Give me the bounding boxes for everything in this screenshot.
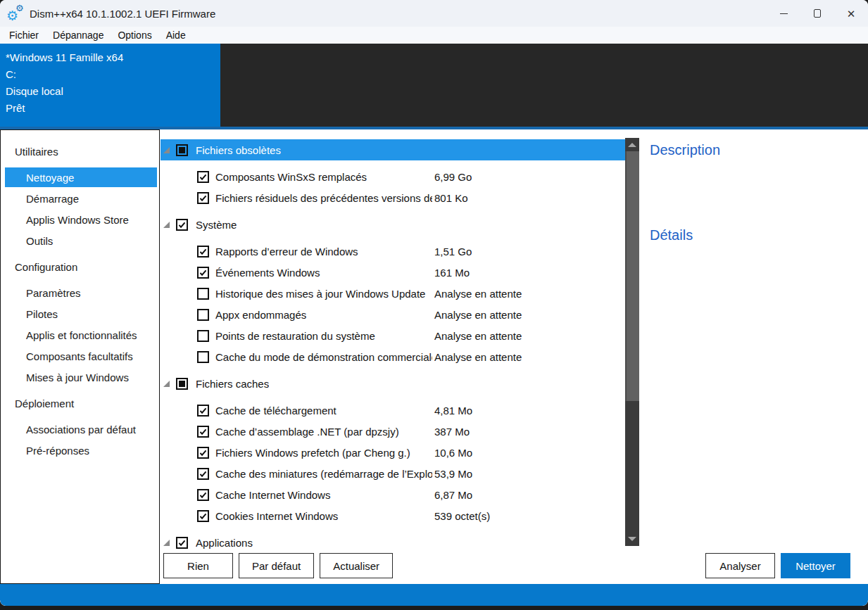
- item-size-value: 1,51 Go: [434, 246, 472, 258]
- cleanup-item-cache-du-mode-de-demonstration-commerciale[interactable]: Cache du mode de démonstration commercia…: [161, 346, 625, 367]
- details-heading: Détails: [650, 227, 693, 243]
- checkbox-checked[interactable]: [197, 171, 209, 183]
- checkbox-checked[interactable]: [197, 510, 209, 522]
- sidebar-item-parametres[interactable]: Paramètres: [5, 283, 157, 303]
- maximize-icon: [814, 9, 821, 18]
- item-size-value: 539 octet(s): [434, 510, 490, 522]
- app-gears-icon: ⚙ ⚙: [6, 5, 25, 22]
- item-label: Cookies Internet Windows: [215, 510, 432, 522]
- sidebar-item-associations-par-defaut[interactable]: Associations par défaut: [5, 419, 157, 439]
- par-defaut-button[interactable]: Par défaut: [239, 553, 314, 578]
- sidebar: UtilitairesNettoyageDémarrageApplis Wind…: [0, 129, 160, 584]
- checkbox-checked[interactable]: [197, 468, 209, 480]
- checkbox-checked[interactable]: [197, 246, 209, 258]
- item-size-value: Analyse en attente: [434, 330, 522, 342]
- cleanup-item-fichiers-windows-prefetch-par-cheng-g[interactable]: Fichiers Windows prefetch (par Cheng g.)…: [161, 442, 625, 463]
- cleanup-item-composants-winsxs-remplaces[interactable]: Composants WinSxS remplacés6,99 Go: [161, 166, 625, 187]
- cleanup-item-evenements-windows[interactable]: Événements Windows161 Mo: [161, 262, 625, 283]
- scrollbar[interactable]: [625, 138, 639, 546]
- cleanup-item-cache-internet-windows[interactable]: Cache Internet Windows6,87 Mo: [161, 484, 625, 505]
- item-label: Cache des miniatures (redémarrage de l’E…: [215, 468, 432, 480]
- sidebar-section-deploiement: DéploiementAssociations par défautPré-ré…: [1, 392, 159, 460]
- cleanup-item-appx-endommages[interactable]: Appx endommagésAnalyse en attente: [161, 304, 625, 325]
- menu-aide[interactable]: Aide: [159, 27, 193, 44]
- minimize-button[interactable]: [767, 0, 800, 27]
- detail-panel: Description Détails: [641, 129, 868, 584]
- analyser-button[interactable]: Analyser: [705, 553, 775, 578]
- expander-icon[interactable]: [163, 381, 170, 387]
- item-label: Fichiers Windows prefetch (par Cheng g.): [215, 447, 432, 459]
- sidebar-item-applis-windows-store[interactable]: Applis Windows Store: [5, 210, 157, 229]
- menu-fichier[interactable]: Fichier: [2, 27, 46, 44]
- sidebar-item-mises-a-jour-windows[interactable]: Mises à jour Windows: [5, 367, 157, 387]
- checkbox-checked[interactable]: [197, 405, 209, 417]
- checkbox-indeterminate[interactable]: [176, 378, 188, 390]
- checkbox-checked[interactable]: [176, 219, 188, 231]
- expander-icon[interactable]: [163, 147, 170, 153]
- maximize-button[interactable]: [800, 0, 834, 27]
- item-size-value: 53,9 Mo: [434, 468, 472, 480]
- cleanup-item-cache-d-assemblage-net-par-dpzsjy[interactable]: Cache d’assemblage .NET (par dpzsjy)387 …: [161, 421, 625, 442]
- sidebar-item-nettoyage[interactable]: Nettoyage: [5, 167, 157, 187]
- arrow-down-icon: [628, 537, 636, 541]
- cleanup-list: Fichiers obsolètesComposants WinSxS remp…: [161, 134, 625, 559]
- window-title: Dism++x64 10.1.1002.1 UEFI Firmware: [30, 8, 215, 20]
- nettoyer-button[interactable]: Nettoyer: [781, 553, 850, 578]
- sidebar-item-outils[interactable]: Outils: [5, 231, 157, 250]
- menu-options[interactable]: Options: [111, 27, 158, 44]
- status-bar: [0, 584, 868, 606]
- sidebar-item-composants-facultatifs[interactable]: Composants facultatifs: [5, 346, 157, 366]
- item-label: Cache Internet Windows: [215, 489, 432, 501]
- cleanup-item-fichiers-residuels-des-precedentes-versions-de-windows[interactable]: Fichiers résiduels des précédentes versi…: [161, 187, 625, 208]
- checkbox-checked[interactable]: [197, 447, 209, 459]
- checkbox-unchecked[interactable]: [197, 288, 209, 300]
- scroll-up-button[interactable]: [625, 138, 639, 152]
- menu-bar: FichierDépannageOptionsAide: [0, 27, 868, 44]
- checkbox-unchecked[interactable]: [197, 309, 209, 321]
- checkbox-unchecked[interactable]: [197, 330, 209, 342]
- cleanup-item-rapports-d-erreur-de-windows[interactable]: Rapports d’erreur de Windows1,51 Go: [161, 241, 625, 262]
- checkbox-indeterminate[interactable]: [176, 144, 188, 156]
- checkbox-checked[interactable]: [197, 489, 209, 501]
- sidebar-item-demarrage[interactable]: Démarrage: [5, 189, 157, 208]
- cleanup-group-fichiers-caches[interactable]: Fichiers caches: [161, 373, 625, 394]
- cleanup-group-fichiers-obsoletes[interactable]: Fichiers obsolètes: [161, 139, 625, 160]
- item-size-value: 10,6 Mo: [434, 447, 472, 459]
- cleanup-item-historique-des-mises-a-jour-windows-update[interactable]: Historique des mises à jour Windows Upda…: [161, 283, 625, 304]
- cleanup-item-points-de-restauration-du-systeme[interactable]: Points de restauration du systèmeAnalyse…: [161, 325, 625, 346]
- item-size-value: Analyse en attente: [434, 288, 522, 300]
- sidebar-item-pilotes[interactable]: Pilotes: [5, 304, 157, 324]
- sidebar-item-pre-reponses[interactable]: Pré-réponses: [5, 440, 157, 460]
- checkbox-checked[interactable]: [197, 192, 209, 204]
- selected-image-tile[interactable]: *Windows 11 Famille x64C:Disque localPrê…: [0, 44, 220, 127]
- cleanup-item-cache-de-telechargement[interactable]: Cache de téléchargement4,81 Mo: [161, 400, 625, 421]
- scroll-down-button[interactable]: [625, 532, 639, 546]
- menu-depannage[interactable]: Dépannage: [46, 27, 111, 44]
- cleanup-item-cookies-internet-windows[interactable]: Cookies Internet Windows539 octet(s): [161, 505, 625, 526]
- scrollbar-thumb[interactable]: [625, 151, 639, 401]
- group-label: Fichiers caches: [196, 378, 269, 390]
- item-label: Événements Windows: [215, 267, 432, 279]
- image-info-line-2: C:: [6, 66, 220, 83]
- expander-icon[interactable]: [163, 222, 170, 228]
- cleanup-group-applications[interactable]: Applications: [161, 532, 625, 553]
- item-size-value: 6,99 Go: [434, 171, 472, 183]
- sidebar-section-label-utilitaires[interactable]: Utilitaires: [1, 140, 159, 163]
- sidebar-item-applis-et-fonctionnalites[interactable]: Applis et fonctionnalités: [5, 325, 157, 345]
- checkbox-checked[interactable]: [197, 426, 209, 438]
- arrow-up-icon: [628, 143, 636, 147]
- rien-button[interactable]: Rien: [163, 553, 233, 578]
- checkbox-checked[interactable]: [197, 267, 209, 279]
- item-size-value: 4,81 Mo: [434, 405, 472, 417]
- footer-right-buttons: AnalyserNettoyer: [705, 553, 850, 578]
- expander-icon[interactable]: [163, 540, 170, 546]
- sidebar-section-label-deploiement[interactable]: Déploiement: [1, 392, 159, 414]
- checkbox-unchecked[interactable]: [197, 351, 209, 363]
- cleanup-item-cache-des-miniatures-redemarrage-de-l-explorateur[interactable]: Cache des miniatures (redémarrage de l’E…: [161, 463, 625, 484]
- sidebar-section-label-configuration[interactable]: Configuration: [1, 255, 159, 278]
- item-size-value: 6,87 Mo: [434, 489, 472, 501]
- actualiser-button[interactable]: Actualiser: [320, 553, 393, 578]
- close-button[interactable]: ✕: [834, 0, 868, 27]
- checkbox-checked[interactable]: [176, 537, 188, 549]
- cleanup-group-systeme[interactable]: Système: [161, 214, 625, 235]
